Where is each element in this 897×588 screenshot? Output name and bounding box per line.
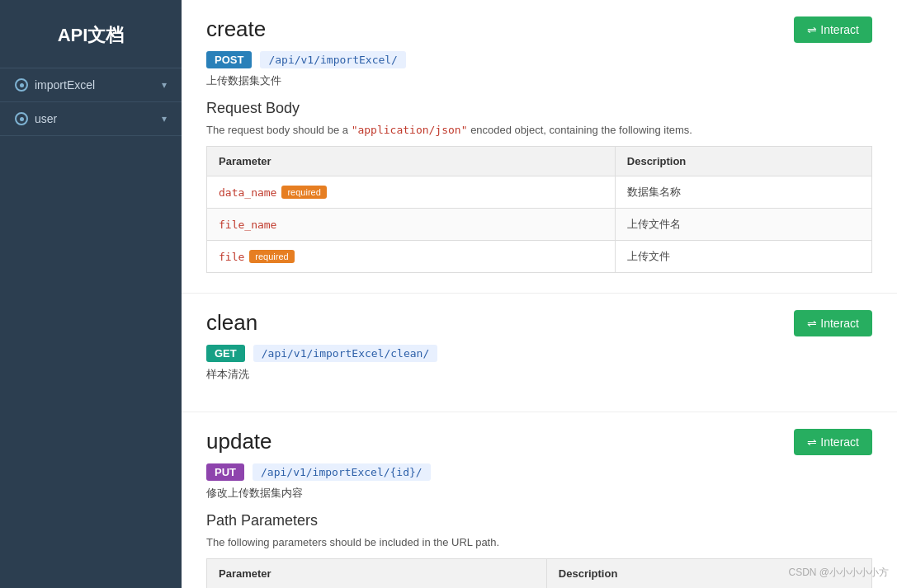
desc-header: Description — [546, 559, 871, 589]
create-desc: 上传数据集文件 — [206, 73, 872, 88]
param-header: Parameter — [207, 147, 616, 176]
param-name: file — [219, 251, 244, 263]
chevron-down-icon: ▾ — [162, 79, 167, 91]
get-badge: GET — [206, 345, 245, 362]
required-badge: required — [281, 186, 326, 199]
update-title: update — [206, 429, 272, 454]
param-name: file_name — [219, 219, 276, 231]
update-desc: 修改上传数据集内容 — [206, 486, 872, 501]
create-section: create ⇌ Interact POST /api/v1/importExc… — [182, 0, 897, 294]
sidebar: API文档 importExcel ▾ user ▾ — [0, 0, 182, 588]
clean-desc: 样本清洗 — [206, 367, 872, 382]
create-path: /api/v1/importExcel/ — [260, 51, 406, 68]
sidebar-item-label: user — [35, 112, 57, 125]
chevron-down-icon: ▾ — [162, 113, 167, 125]
param-desc: 上传文件 — [615, 241, 871, 273]
update-params-table: Parameter Description id required 主键id — [206, 558, 872, 588]
sidebar-title: API文档 — [0, 0, 182, 68]
required-badge: required — [249, 250, 294, 263]
update-section: update ⇌ Interact PUT /api/v1/importExce… — [182, 412, 897, 588]
sidebar-item-label: importExcel — [35, 78, 95, 92]
table-row: data_name required 数据集名称 — [207, 176, 872, 209]
update-interact-button[interactable]: ⇌ Interact — [794, 429, 872, 455]
create-interact-button[interactable]: ⇌ Interact — [794, 16, 872, 43]
table-row: file required 上传文件 — [207, 241, 872, 273]
update-path: /api/v1/importExcel/{id}/ — [253, 463, 431, 481]
main-content: create ⇌ Interact POST /api/v1/importExc… — [182, 0, 897, 588]
clean-method-row: GET /api/v1/importExcel/clean/ — [206, 345, 872, 362]
param-desc: 上传文件名 — [615, 209, 871, 241]
desc-header: Description — [615, 147, 871, 176]
update-method-row: PUT /api/v1/importExcel/{id}/ — [206, 463, 872, 481]
clean-title: clean — [206, 310, 257, 336]
clean-section: clean ⇌ Interact GET /api/v1/importExcel… — [182, 294, 897, 412]
clean-interact-button[interactable]: ⇌ Interact — [794, 310, 872, 336]
sidebar-item-user[interactable]: user ▾ — [0, 102, 182, 136]
clean-path: /api/v1/importExcel/clean/ — [253, 345, 438, 362]
circle-icon — [15, 112, 28, 125]
path-params-desc: The following parameters should be inclu… — [206, 536, 872, 548]
param-header: Parameter — [207, 559, 547, 589]
create-method-row: POST /api/v1/importExcel/ — [206, 51, 872, 68]
request-body-desc: The request body should be a "applicatio… — [206, 124, 872, 136]
request-body-title: Request Body — [206, 100, 872, 117]
path-params-title: Path Parameters — [206, 512, 872, 529]
post-badge: POST — [206, 51, 252, 68]
table-row: file_name 上传文件名 — [207, 209, 872, 241]
create-params-table: Parameter Description data_name required… — [206, 146, 872, 273]
put-badge: PUT — [206, 463, 244, 481]
create-title: create — [206, 16, 266, 42]
circle-icon — [15, 78, 28, 92]
sidebar-item-importexcel[interactable]: importExcel ▾ — [0, 68, 182, 102]
param-name: data_name — [219, 186, 276, 199]
param-desc: 数据集名称 — [615, 176, 871, 209]
